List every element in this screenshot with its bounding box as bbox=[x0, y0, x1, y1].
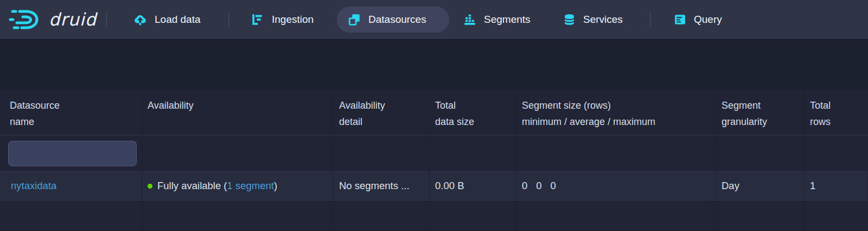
filter-cell bbox=[142, 135, 334, 171]
datasources-table: Datasource name Availability Availabilit… bbox=[0, 90, 868, 231]
filter-cell bbox=[716, 135, 805, 171]
filter-cell bbox=[805, 135, 868, 171]
column-header-text: name bbox=[10, 114, 137, 130]
nav-separator bbox=[650, 12, 650, 27]
column-header-availability-detail[interactable]: Availability detail bbox=[334, 90, 430, 135]
column-header-segment-size[interactable]: Segment size (rows) minimum / average / … bbox=[516, 90, 716, 135]
column-header-total-data-size[interactable]: Total data size bbox=[430, 90, 516, 135]
bar-chart-icon bbox=[463, 13, 477, 27]
total-rows-text: 1 bbox=[810, 180, 815, 192]
segment-size-cell: 0 0 0 bbox=[516, 172, 716, 200]
column-header-segment-granularity[interactable]: Segment granularity bbox=[716, 90, 805, 135]
nav-item-label: Ingestion bbox=[272, 14, 314, 26]
cloud-upload-icon bbox=[133, 13, 148, 27]
datasource-name-link[interactable]: nytaxidata bbox=[11, 180, 56, 192]
availability-text-suffix: ) bbox=[274, 180, 277, 192]
column-header-text: Datasource bbox=[10, 97, 137, 114]
column-header-availability[interactable]: Availability bbox=[142, 90, 334, 135]
total-rows-cell: 1 bbox=[805, 172, 868, 200]
table-header-row: Datasource name Availability Availabilit… bbox=[0, 90, 868, 135]
filter-cell bbox=[430, 135, 516, 171]
druid-logo[interactable]: druid bbox=[9, 7, 97, 33]
empty-cell bbox=[430, 201, 516, 231]
status-dot-icon bbox=[148, 184, 152, 189]
nav-item-load-data[interactable]: Load data bbox=[133, 0, 201, 39]
column-header-text: Total bbox=[810, 97, 864, 114]
nav-separator bbox=[106, 12, 107, 27]
filter-cell bbox=[334, 135, 430, 171]
segment-size-avg: 0 bbox=[536, 180, 541, 192]
column-header-text: Segment size (rows) bbox=[522, 97, 711, 114]
stacked-squares-icon bbox=[347, 13, 361, 27]
nav-item-label: Query bbox=[694, 14, 722, 26]
availability-cell: Fully available ( 1 segment ) bbox=[142, 172, 334, 200]
empty-cell bbox=[142, 201, 334, 231]
nav-item-label: Load data bbox=[155, 14, 201, 26]
console-icon bbox=[673, 13, 687, 27]
segment-granularity-cell: Day bbox=[716, 172, 805, 200]
druid-logo-text: druid bbox=[49, 9, 97, 30]
empty-cell bbox=[516, 201, 716, 231]
segment-size-max: 0 bbox=[551, 180, 556, 192]
column-header-text: rows bbox=[810, 114, 864, 130]
segment-granularity-text: Day bbox=[722, 180, 739, 192]
column-header-text: detail bbox=[339, 114, 425, 130]
empty-cell bbox=[334, 201, 430, 231]
table-row: nytaxidata Fully available ( 1 segment )… bbox=[0, 172, 868, 201]
nav-item-query[interactable]: Query bbox=[673, 0, 722, 39]
column-header-text: minimum / average / maximum bbox=[522, 114, 711, 130]
table-filter-row bbox=[0, 135, 868, 172]
column-header-text: Segment bbox=[722, 97, 800, 114]
top-navbar: druid Load data Ingestion bbox=[0, 0, 868, 39]
view-header: Datasources Refresh Show unused Sh bbox=[0, 39, 868, 90]
druid-logo-icon bbox=[9, 7, 44, 33]
column-header-text: Availability bbox=[339, 97, 425, 114]
availability-detail-cell: No segments ... bbox=[334, 172, 430, 200]
datasource-name-filter-input[interactable] bbox=[8, 141, 137, 166]
total-data-size-cell: 0.00 B bbox=[430, 172, 516, 200]
column-header-total-rows[interactable]: Total rows bbox=[805, 90, 868, 135]
availability-text: Fully available ( bbox=[157, 180, 227, 192]
column-header-text: data size bbox=[435, 114, 512, 130]
nav-item-label: Segments bbox=[484, 14, 531, 26]
nav-item-datasources[interactable]: Datasources bbox=[347, 0, 426, 39]
empty-cell bbox=[0, 201, 142, 231]
column-header-datasource-name[interactable]: Datasource name bbox=[0, 90, 142, 135]
column-header-text: Total bbox=[435, 97, 512, 114]
nav-item-label: Services bbox=[583, 14, 623, 26]
total-data-size-text: 0.00 B bbox=[435, 180, 464, 192]
empty-cell bbox=[805, 201, 868, 231]
database-icon bbox=[563, 13, 576, 27]
nav-item-segments[interactable]: Segments bbox=[463, 0, 531, 39]
column-header-text: Availability bbox=[148, 97, 329, 114]
segment-count-link[interactable]: 1 segment bbox=[227, 180, 274, 192]
availability-detail-text: No segments ... bbox=[339, 180, 410, 192]
nav-separator bbox=[228, 12, 229, 27]
empty-cell bbox=[716, 201, 805, 231]
datasource-name-cell: nytaxidata bbox=[0, 172, 142, 200]
nav-item-ingestion[interactable]: Ingestion bbox=[251, 0, 314, 39]
nav-item-services[interactable]: Services bbox=[563, 0, 623, 39]
nav-item-label: Datasources bbox=[368, 14, 426, 26]
table-empty-row bbox=[0, 201, 868, 231]
filter-cell bbox=[516, 135, 716, 171]
gantt-chart-icon bbox=[251, 13, 265, 27]
column-header-text: granularity bbox=[722, 114, 800, 130]
segment-size-min: 0 bbox=[522, 180, 527, 192]
filter-cell-datasource-name bbox=[0, 135, 142, 171]
